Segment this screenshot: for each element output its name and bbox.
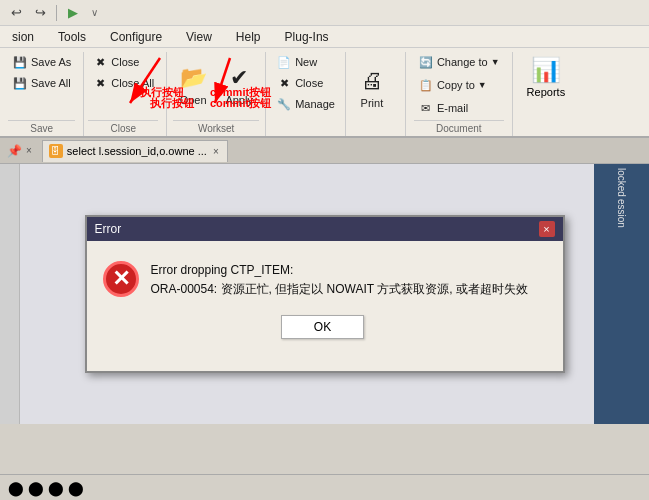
save-as-button[interactable]: 💾 Save As (8, 52, 75, 72)
tab-pin-icon[interactable]: 📌 (4, 141, 24, 161)
tab-close-button[interactable]: × (211, 146, 221, 157)
menu-bar: sion Tools Configure View Help Plug-Ins (0, 26, 649, 48)
ribbon: 💾 Save As 💾 Save All Save ✖ Close ✖ (0, 48, 649, 138)
reports-button[interactable]: 📊 Reports (521, 52, 572, 102)
error-dialog: Error × ✕ Error dropping CTP_ITEM: ORA-0… (85, 215, 565, 373)
dialog-overlay: Error × ✕ Error dropping CTP_ITEM: ORA-0… (0, 164, 649, 424)
db-icon: 🗄 (49, 144, 63, 158)
reports-group: 📊 Reports (513, 52, 580, 136)
open-icon: 📂 (179, 64, 207, 92)
apply-button[interactable]: ✔ Apply (219, 61, 259, 109)
close-doc-button[interactable]: ✖ Close (272, 73, 339, 93)
manage-button[interactable]: 🔧 Manage (272, 94, 339, 114)
undo-button[interactable]: ↩ (6, 3, 26, 23)
tab-pin-close[interactable]: × (24, 145, 34, 156)
status-icons: ⬤ ⬤ ⬤ ⬤ (8, 480, 84, 496)
change-to-icon: 🔄 (418, 54, 434, 70)
save-group: 💾 Save As 💾 Save All Save (4, 52, 84, 136)
close-group-label: Close (88, 120, 158, 136)
print-icon: 🖨 (358, 67, 386, 95)
save-group-label: Save (8, 120, 75, 136)
status-bar: ⬤ ⬤ ⬤ ⬤ (0, 474, 649, 500)
main-content: locked ession Error × ✕ Error dropping C… (0, 164, 649, 424)
doc-actions-label: Document (414, 120, 504, 136)
menu-view[interactable]: View (182, 29, 216, 45)
manage-icon: 🔧 (276, 96, 292, 112)
dialog-line1: Error dropping CTP_ITEM: (151, 261, 528, 280)
quick-access-bar: ↩ ↪ ▶ ∨ (0, 0, 649, 26)
dialog-message-row: ✕ Error dropping CTP_ITEM: ORA-00054: 资源… (103, 261, 528, 299)
copy-to-icon: 📋 (418, 77, 434, 93)
new-button[interactable]: 📄 New (272, 52, 339, 72)
menu-help[interactable]: Help (232, 29, 265, 45)
email-button[interactable]: ✉ E-mail (414, 98, 504, 118)
close-all-button[interactable]: ✖ Close All (88, 73, 158, 93)
menu-sion[interactable]: sion (8, 29, 38, 45)
dialog-titlebar: Error × (87, 217, 563, 241)
dialog-text: Error dropping CTP_ITEM: ORA-00054: 资源正忙… (151, 261, 528, 299)
dialog-body: ✕ Error dropping CTP_ITEM: ORA-00054: 资源… (87, 241, 563, 371)
close-doc-icon: ✖ (276, 75, 292, 91)
save-all-button[interactable]: 💾 Save All (8, 73, 75, 93)
save-as-icon: 💾 (12, 54, 28, 70)
tab-label: select l.session_id,o.owne ... (67, 145, 207, 157)
new-icon: 📄 (276, 54, 292, 70)
close-icon: ✖ (92, 54, 108, 70)
print-group: 🖨 Print (346, 52, 406, 136)
dialog-close-button[interactable]: × (539, 221, 555, 237)
change-to-button[interactable]: 🔄 Change to ▼ (414, 52, 504, 72)
redo-button[interactable]: ↪ (30, 3, 50, 23)
menu-tools[interactable]: Tools (54, 29, 90, 45)
query-tab[interactable]: 🗄 select l.session_id,o.owne ... × (42, 140, 228, 162)
run-button[interactable]: ▶ (63, 3, 83, 23)
toolbar-dots: ∨ (91, 7, 98, 18)
ok-button[interactable]: OK (281, 315, 364, 339)
error-icon: ✕ (103, 261, 139, 297)
dialog-footer: OK (103, 315, 543, 355)
reports-icon: 📊 (531, 56, 561, 84)
copy-to-button[interactable]: 📋 Copy to ▼ (414, 75, 504, 95)
workset-group-label: Workset (173, 120, 259, 136)
menu-plugins[interactable]: Plug-Ins (281, 29, 333, 45)
document-new-group: 📄 New ✖ Close 🔧 Manage (266, 52, 346, 136)
doc-actions-group: 🔄 Change to ▼ 📋 Copy to ▼ ✉ E-mail Docum… (406, 52, 513, 136)
workset-group: 📂 Open ✔ Apply Workset (167, 52, 266, 136)
save-all-icon: 💾 (12, 75, 28, 91)
close-all-icon: ✖ (92, 75, 108, 91)
close-group: ✖ Close ✖ Close All Close (84, 52, 167, 136)
open-button[interactable]: 📂 Open (173, 61, 213, 109)
apply-icon: ✔ (225, 64, 253, 92)
email-icon: ✉ (418, 100, 434, 116)
close-button[interactable]: ✖ Close (88, 52, 158, 72)
print-button[interactable]: 🖨 Print (352, 64, 392, 112)
dialog-line2: ORA-00054: 资源正忙, 但指定以 NOWAIT 方式获取资源, 或者超… (151, 280, 528, 299)
menu-configure[interactable]: Configure (106, 29, 166, 45)
tab-bar: 📌 × 🗄 select l.session_id,o.owne ... × (0, 138, 649, 164)
dialog-title: Error (95, 222, 122, 236)
